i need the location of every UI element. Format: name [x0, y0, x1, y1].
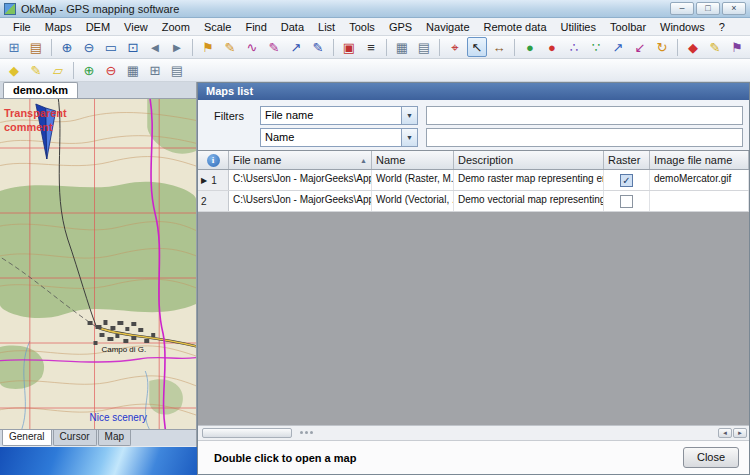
chevron-down-icon[interactable]: ▼ [401, 107, 417, 124]
menu-find[interactable]: Find [238, 19, 273, 35]
filter-file-name-input[interactable] [426, 106, 743, 125]
filter-name-input[interactable] [426, 128, 743, 147]
menu-dem[interactable]: DEM [79, 19, 117, 35]
cell-name: World (Vectorial, ... [372, 191, 454, 211]
diamond-marker-icon[interactable]: ◆ [683, 37, 703, 57]
erase-tool-icon[interactable]: ◆ [4, 60, 24, 80]
menu-file[interactable]: File [6, 19, 38, 35]
filter-field-select-2[interactable]: Name ▼ [260, 128, 418, 147]
tab-map[interactable]: Map [98, 430, 131, 446]
document-tabstrip: demo.okm [0, 82, 196, 99]
toolbar-separator [677, 39, 678, 56]
waypoint-new-icon[interactable]: ⚑ [198, 37, 218, 57]
map-new-icon[interactable]: ⊞ [4, 37, 24, 57]
scrollbar-thumb[interactable] [202, 428, 292, 438]
tab-cursor[interactable]: Cursor [53, 430, 97, 446]
filter-field-select-1[interactable]: File name ▼ [260, 106, 418, 125]
select-cursor-icon[interactable]: ↖ [467, 37, 487, 57]
horizontal-scrollbar[interactable]: ◄ ► [198, 425, 749, 440]
maps-list-header[interactable]: Maps list [198, 83, 749, 100]
cluster-points-icon[interactable]: ∵ [586, 37, 606, 57]
column-header-description[interactable]: Description [454, 151, 604, 169]
menu-gps[interactable]: GPS [382, 19, 419, 35]
arrow-down-left-icon[interactable]: ↙ [630, 37, 650, 57]
scatter-points-icon[interactable]: ∴ [564, 37, 584, 57]
menu-tools[interactable]: Tools [342, 19, 382, 35]
fill-area-tool-icon[interactable]: ▱ [48, 60, 68, 80]
column-header-file-name[interactable]: File name▲ [229, 151, 372, 169]
table-row[interactable]: 2C:\Users\Jon - MajorGeeks\AppData\...Wo… [198, 191, 749, 212]
layers-icon[interactable]: ▤ [414, 37, 434, 57]
chevron-down-icon[interactable]: ▼ [401, 129, 417, 146]
route-new-icon[interactable]: ↗ [286, 37, 306, 57]
menu-view[interactable]: View [117, 19, 155, 35]
rotate-view-icon[interactable]: ↻ [652, 37, 672, 57]
maximize-button[interactable]: □ [696, 2, 720, 15]
zoom-previous-icon[interactable]: ◄ [145, 37, 165, 57]
zoom-window-icon[interactable]: ▭ [101, 37, 121, 57]
menu-list[interactable]: List [311, 19, 342, 35]
zoom-in-icon[interactable]: ⊕ [57, 37, 77, 57]
info-column-header[interactable]: i [198, 151, 229, 169]
track-new-icon[interactable]: ∿ [242, 37, 262, 57]
route-edit-icon[interactable]: ✎ [308, 37, 328, 57]
zoom-out-icon[interactable]: ⊖ [79, 37, 99, 57]
menu-help[interactable]: ? [712, 19, 732, 35]
map-comment-line2: comment [4, 121, 53, 133]
minimize-button[interactable]: – [670, 2, 694, 15]
zoom-next-icon[interactable]: ► [167, 37, 187, 57]
marker-red-icon[interactable]: ● [542, 37, 562, 57]
menu-scale[interactable]: Scale [197, 19, 239, 35]
title-bar[interactable]: OkMap - GPS mapping software – □ × [0, 0, 750, 18]
zoom-original-icon[interactable]: ⊡ [123, 37, 143, 57]
scroll-left-icon[interactable]: ◄ [718, 428, 732, 438]
menu-zoom[interactable]: Zoom [155, 19, 197, 35]
measure-distance-icon[interactable]: ↔ [489, 37, 509, 57]
raster-checkbox[interactable]: ✓ [620, 174, 633, 187]
track-edit-icon[interactable]: ✎ [264, 37, 284, 57]
table-row[interactable]: ▶1C:\Users\Jon - MajorGeeks\AppData\...W… [198, 170, 749, 191]
menu-maps[interactable]: Maps [38, 19, 79, 35]
grid-toggle-icon[interactable]: ▦ [392, 37, 412, 57]
table-new-icon[interactable]: ⊞ [145, 60, 165, 80]
toolbar-separator [333, 39, 334, 56]
flag-marker-icon[interactable]: ⚑ [727, 37, 747, 57]
menu-utilities[interactable]: Utilities [554, 19, 603, 35]
raster-checkbox[interactable] [620, 195, 633, 208]
menu-remote-data[interactable]: Remote data [477, 19, 554, 35]
form-view-icon[interactable]: ▤ [167, 60, 187, 80]
scrollbar-grip [300, 431, 313, 434]
tab-demo-okm[interactable]: demo.okm [3, 82, 78, 98]
tab-general[interactable]: General [2, 430, 52, 446]
menu-toolbar[interactable]: Toolbar [603, 19, 653, 35]
waypoint-edit-icon[interactable]: ✎ [220, 37, 240, 57]
table-view-icon[interactable]: ▦ [123, 60, 143, 80]
sort-ascending-icon: ▲ [356, 157, 367, 164]
toolbar-separator [439, 39, 440, 56]
close-panel-button[interactable]: Close [683, 447, 739, 468]
map-canvas[interactable]: Campo di G. Transparent comment Nice sce… [0, 99, 196, 429]
map-open-icon[interactable]: ▤ [26, 37, 46, 57]
column-header-raster[interactable]: Raster [604, 151, 650, 169]
add-item-icon[interactable]: ⊕ [79, 60, 99, 80]
menu-navigate[interactable]: Navigate [419, 19, 476, 35]
gps-position-icon[interactable]: ⌖ [445, 37, 465, 57]
text-label-icon[interactable]: ≡ [361, 37, 381, 57]
map-viewport[interactable]: Campo di G. Transparent comment Nice sce… [0, 99, 196, 429]
arrow-up-right-icon[interactable]: ↗ [608, 37, 628, 57]
row-indicator[interactable]: 2 [198, 191, 229, 211]
menu-data[interactable]: Data [274, 19, 311, 35]
scroll-right-icon[interactable]: ► [733, 428, 747, 438]
column-header-name[interactable]: Name [372, 151, 454, 169]
toolbar-main: ⊞▤⊕⊖▭⊡◄►⚑✎∿✎↗✎▣≡▦▤⌖↖↔●●∴∵↗↙↻◆✎⚑ [0, 36, 750, 59]
close-button[interactable]: × [722, 2, 746, 15]
comment-new-icon[interactable]: ▣ [339, 37, 359, 57]
menu-windows[interactable]: Windows [653, 19, 712, 35]
delete-item-icon[interactable]: ⊖ [101, 60, 121, 80]
row-indicator[interactable]: ▶1 [198, 170, 229, 190]
marker-green-icon[interactable]: ● [520, 37, 540, 57]
highlight-tool-icon[interactable]: ✎ [26, 60, 46, 80]
draw-pencil-icon[interactable]: ✎ [705, 37, 725, 57]
column-header-image-file-name[interactable]: Image file name [650, 151, 749, 169]
toolbar-separator [386, 39, 387, 56]
